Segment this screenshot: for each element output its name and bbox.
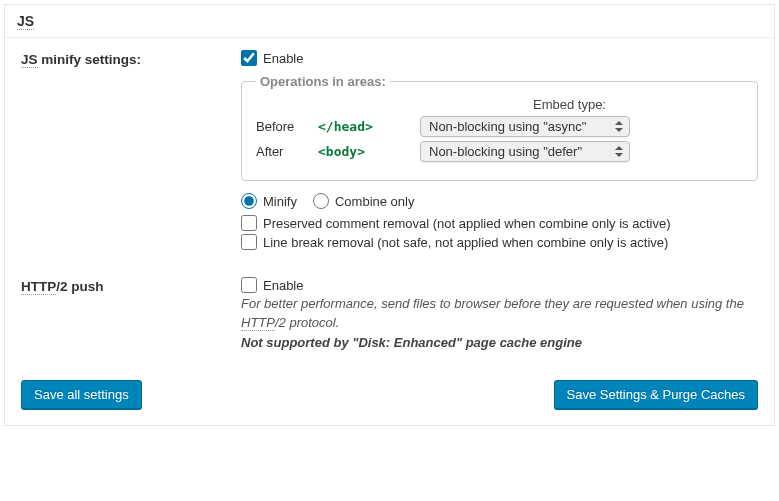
embed-type-before-select[interactable]: Non-blocking using "async" xyxy=(420,116,630,137)
http2-push-label: HTTP/2 push xyxy=(21,277,241,294)
panel-header: JS xyxy=(5,5,774,38)
ops-before-label: Before xyxy=(256,119,306,134)
line-break-label: Line break removal (not safe, not applie… xyxy=(263,235,668,250)
preserved-comment-row: Preserved comment removal (not applied w… xyxy=(241,215,758,231)
combine-only-radio-label: Combine only xyxy=(335,194,415,209)
mode-radio-row: Minify Combine only xyxy=(241,193,758,209)
http2-description: For better performance, send files to br… xyxy=(241,295,758,333)
button-row: Save all settings Save Settings & Purge … xyxy=(21,380,758,409)
enable-http2-checkbox[interactable] xyxy=(241,277,257,293)
combine-only-radio[interactable] xyxy=(313,193,329,209)
js-settings-panel: JS JS minify settings: Enable Operations… xyxy=(4,4,775,426)
preserved-comment-label: Preserved comment removal (not applied w… xyxy=(263,216,671,231)
enable-http2-label: Enable xyxy=(263,278,303,293)
js-minify-content: Enable Operations in areas: Embed type: … xyxy=(241,50,758,253)
enable-js-minify-row: Enable xyxy=(241,50,758,66)
panel-body: JS minify settings: Enable Operations in… xyxy=(5,38,774,425)
enable-js-minify-label: Enable xyxy=(263,51,303,66)
ops-row-after: After <body> Non-blocking using "defer" xyxy=(256,141,743,162)
http2-push-content: Enable For better performance, send file… xyxy=(241,277,758,350)
ops-after-tag: <body> xyxy=(318,144,408,159)
ops-row-before: Before </head> Non-blocking using "async… xyxy=(256,116,743,137)
js-minify-label: JS minify settings: xyxy=(21,50,241,67)
ops-after-label: After xyxy=(256,144,306,159)
line-break-row: Line break removal (not safe, not applie… xyxy=(241,234,758,250)
embed-type-after-select[interactable]: Non-blocking using "defer" xyxy=(420,141,630,162)
panel-title: JS xyxy=(17,13,34,30)
row-http2-push: HTTP/2 push Enable For better performanc… xyxy=(21,277,758,350)
save-purge-caches-button[interactable]: Save Settings & Purge Caches xyxy=(554,380,759,409)
row-js-minify: JS minify settings: Enable Operations in… xyxy=(21,50,758,253)
line-break-checkbox[interactable] xyxy=(241,234,257,250)
embed-type-header: Embed type: xyxy=(256,97,743,112)
http2-note: Not supported by "Disk: Enhanced" page c… xyxy=(241,335,758,350)
preserved-comment-checkbox[interactable] xyxy=(241,215,257,231)
minify-radio[interactable] xyxy=(241,193,257,209)
enable-js-minify-checkbox[interactable] xyxy=(241,50,257,66)
enable-http2-row: Enable xyxy=(241,277,758,293)
operations-legend: Operations in areas: xyxy=(256,74,390,89)
operations-fieldset: Operations in areas: Embed type: Before … xyxy=(241,74,758,181)
ops-before-tag: </head> xyxy=(318,119,408,134)
minify-radio-label: Minify xyxy=(263,194,297,209)
save-all-settings-button[interactable]: Save all settings xyxy=(21,380,142,409)
